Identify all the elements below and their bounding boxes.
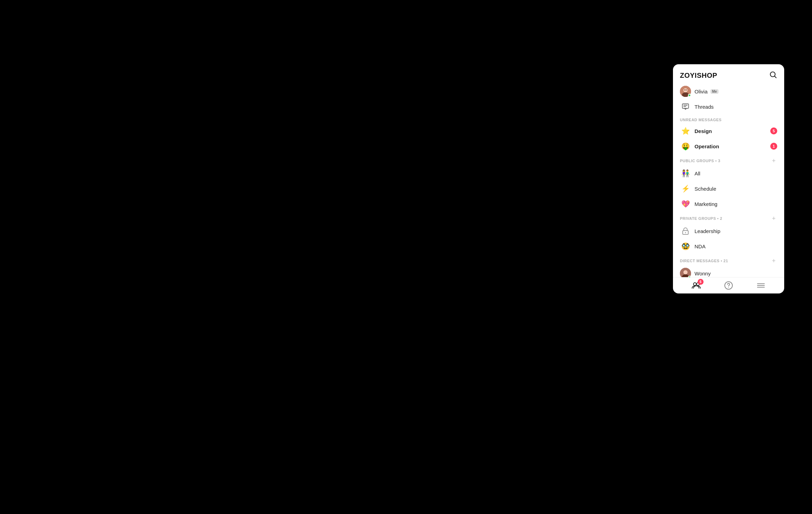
all-emoji: 👫	[680, 168, 691, 179]
design-unread-badge: 5	[770, 127, 777, 134]
nda-emoji: 🥸	[680, 241, 691, 252]
schedule-emoji: ⚡	[680, 183, 691, 194]
wonny-online-dot	[688, 276, 691, 277]
add-private-group-button[interactable]: +	[770, 215, 777, 222]
operation-unread-badge: 1	[770, 143, 777, 150]
menu-button[interactable]	[756, 281, 765, 290]
direct-messages-section-header: DIRECT MESSAGES • 21 +	[673, 254, 784, 266]
svg-point-15	[693, 283, 696, 285]
unread-section-header: UNREAD MESSAGES	[673, 114, 784, 123]
design-label: Design	[695, 128, 767, 134]
add-public-group-button[interactable]: +	[770, 157, 777, 164]
channel-all[interactable]: 👫 All	[673, 166, 784, 181]
private-groups-section-header: PRIVATE GROUPS • 2 +	[673, 212, 784, 223]
direct-messages-title: DIRECT MESSAGES • 21	[680, 259, 728, 263]
operation-label: Operation	[695, 143, 767, 149]
schedule-label: Schedule	[695, 186, 777, 192]
svg-point-11	[685, 232, 686, 233]
wonny-label: Wonny	[695, 271, 777, 276]
dm-wonny[interactable]: Wonny	[673, 266, 784, 277]
lock-icon	[680, 225, 691, 237]
people-button[interactable]: 6	[692, 281, 701, 290]
nda-label: NDA	[695, 243, 777, 249]
svg-point-6	[686, 90, 687, 90]
private-groups-title: PRIVATE GROUPS • 2	[680, 216, 722, 221]
channel-design[interactable]: ⭐ Design 5	[673, 123, 784, 139]
user-profile-row[interactable]: Olivia Me	[673, 84, 784, 99]
people-badge: 6	[698, 279, 704, 285]
svg-line-1	[775, 76, 777, 78]
sidebar-footer: 6	[673, 277, 784, 293]
add-dm-button[interactable]: +	[770, 257, 777, 264]
search-button[interactable]	[769, 71, 777, 80]
channel-schedule[interactable]: ⚡ Schedule	[673, 181, 784, 196]
threads-row[interactable]: Threads	[673, 99, 784, 114]
avatar	[680, 86, 691, 97]
unread-section-title: UNREAD MESSAGES	[680, 118, 722, 122]
marketing-label: Marketing	[695, 201, 777, 207]
svg-point-5	[684, 90, 685, 90]
user-name: Olivia Me	[695, 89, 718, 94]
threads-icon	[680, 101, 691, 112]
operation-emoji: 🤑	[680, 141, 691, 152]
svg-point-3	[683, 88, 688, 92]
scroll-area: UNREAD MESSAGES ⭐ Design 5 🤑 Operation 1…	[673, 114, 784, 277]
leadership-label: Leadership	[695, 228, 777, 234]
channel-nda[interactable]: 🥸 NDA	[673, 239, 784, 254]
public-groups-section-header: PUBLIC GROUPS • 3 +	[673, 154, 784, 166]
channel-operation[interactable]: 🤑 Operation 1	[673, 139, 784, 154]
channel-marketing[interactable]: 💖 Marketing	[673, 196, 784, 212]
online-indicator	[688, 94, 691, 97]
channel-leadership[interactable]: Leadership	[673, 223, 784, 239]
svg-point-18	[728, 287, 729, 288]
help-button[interactable]	[724, 281, 733, 290]
public-groups-title: PUBLIC GROUPS • 3	[680, 159, 720, 163]
app-title: ZOYISHOP	[680, 72, 717, 80]
wonny-avatar	[680, 268, 691, 277]
threads-label: Threads	[695, 104, 714, 110]
marketing-emoji: 💖	[680, 198, 691, 209]
sidebar-header: ZOYISHOP	[673, 64, 784, 84]
design-emoji: ⭐	[680, 125, 691, 136]
me-badge: Me	[710, 89, 719, 94]
sidebar: ZOYISHOP Olivia Me	[673, 64, 784, 293]
svg-rect-7	[682, 104, 689, 108]
svg-point-13	[683, 270, 688, 274]
all-label: All	[695, 171, 777, 176]
